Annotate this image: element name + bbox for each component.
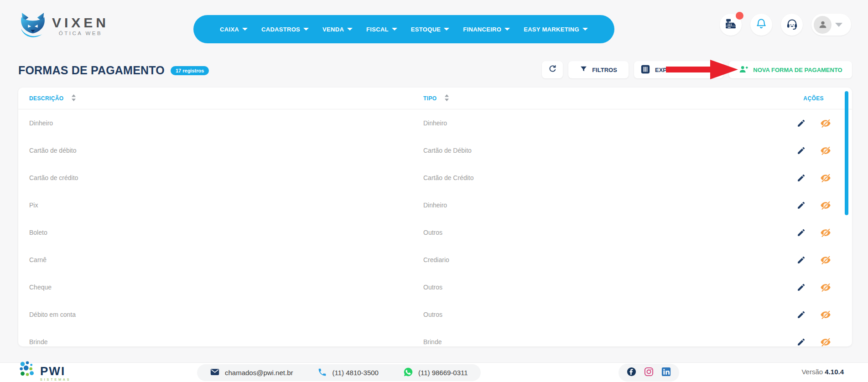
user-menu[interactable] xyxy=(811,14,851,36)
filters-button[interactable]: FILTROS xyxy=(568,61,629,78)
cell-tipo: Brinde xyxy=(423,338,747,346)
linkedin-icon[interactable] xyxy=(661,367,671,379)
support-email[interactable]: chamados@pwi.net.br xyxy=(210,367,293,378)
bell-icon xyxy=(755,18,767,31)
support-button[interactable] xyxy=(781,14,803,36)
notification-dot xyxy=(736,12,743,20)
chevron-down-icon xyxy=(392,28,397,31)
edit-button[interactable] xyxy=(795,200,806,211)
table-row: Pix Dinheiro xyxy=(18,191,852,219)
new-payment-label: NOVA FORMA DE PAGAMENTO xyxy=(753,67,842,73)
nav-item-fiscal[interactable]: FISCAL xyxy=(366,26,397,33)
edit-button[interactable] xyxy=(795,336,806,346)
refresh-button[interactable] xyxy=(542,61,563,78)
instagram-icon[interactable] xyxy=(644,367,654,379)
nav-item-financeiro[interactable]: FINANCEIRO xyxy=(463,26,510,33)
row-actions xyxy=(747,282,852,293)
table-row: Débito em conta Outros xyxy=(18,301,852,328)
chevron-down-icon xyxy=(835,23,842,27)
nav-item-label: VENDA xyxy=(322,26,344,33)
vixen-logo[interactable]: VIXEN ÓTICA WEB xyxy=(18,12,109,40)
headset-icon xyxy=(786,18,798,32)
cell-descricao: Cartão de débito xyxy=(18,147,423,154)
export-data-button[interactable]: EXPORTAR DADOS | xyxy=(634,61,723,78)
edit-button[interactable] xyxy=(795,282,806,293)
pos-register-button[interactable] xyxy=(720,14,742,36)
row-actions xyxy=(747,227,852,238)
pwi-logo[interactable]: PWI SISTEMAS xyxy=(18,360,71,381)
row-actions xyxy=(747,309,852,320)
refresh-icon xyxy=(548,64,557,75)
hide-visibility-button[interactable] xyxy=(820,172,831,183)
row-actions xyxy=(747,145,852,156)
cell-descricao: Brinde xyxy=(18,338,423,346)
filters-label: FILTROS xyxy=(592,67,617,73)
table-row: Cheque Outros xyxy=(18,274,852,301)
nav-item-label: CADASTROS xyxy=(261,26,300,33)
social-links xyxy=(619,364,679,382)
footer: PWI SISTEMAS chamados@pwi.net.br xyxy=(0,362,868,382)
table-row: Boleto Outros xyxy=(18,219,852,246)
toolbar-divider: | xyxy=(715,66,717,74)
cell-descricao: Boleto xyxy=(18,229,423,236)
table-row: Cartão de débito Cartão de Débito xyxy=(18,137,852,164)
hide-visibility-button[interactable] xyxy=(820,254,831,265)
table-header: DESCRIÇÃO TIPO AÇÕES xyxy=(18,88,852,109)
barcode-icon xyxy=(640,64,650,76)
edit-button[interactable] xyxy=(795,145,806,156)
version-info: Versão 4.10.4 xyxy=(801,368,844,376)
new-payment-method-button[interactable]: NOVA FORMA DE PAGAMENTO xyxy=(729,61,852,78)
chevron-down-icon xyxy=(444,28,449,31)
nav-item-easy-marketing[interactable]: EASY MARKETING xyxy=(524,26,588,33)
nav-item-caixa[interactable]: CAIXA xyxy=(220,26,248,33)
hide-visibility-button[interactable] xyxy=(820,336,831,346)
edit-button[interactable] xyxy=(795,227,806,238)
hide-visibility-button[interactable] xyxy=(820,200,831,211)
hide-visibility-button[interactable] xyxy=(820,145,831,156)
payment-methods-table: DESCRIÇÃO TIPO AÇÕES xyxy=(18,88,852,346)
notifications-button[interactable] xyxy=(750,14,772,36)
chevron-down-icon xyxy=(303,28,309,31)
hide-visibility-button[interactable] xyxy=(820,118,831,129)
hide-visibility-button[interactable] xyxy=(820,282,831,293)
whatsapp-icon xyxy=(403,367,413,378)
table-scrollbar[interactable] xyxy=(845,91,848,215)
contact-bar: chamados@pwi.net.br (11) 4810-3500 xyxy=(197,364,481,381)
edit-button[interactable] xyxy=(795,118,806,129)
table-row: Cartão de crédito Cartão de Crédito xyxy=(18,164,852,191)
nav-item-venda[interactable]: VENDA xyxy=(322,26,353,33)
facebook-icon[interactable] xyxy=(626,367,637,379)
chevron-down-icon xyxy=(504,28,510,31)
app-window: VIXEN ÓTICA WEB CAIXACADASTROSVENDAFISCA… xyxy=(0,0,868,382)
hide-visibility-button[interactable] xyxy=(820,309,831,320)
edit-button[interactable] xyxy=(795,309,806,320)
hide-visibility-button[interactable] xyxy=(820,227,831,238)
filter-icon xyxy=(580,65,587,74)
pwi-subtitle: SISTEMAS xyxy=(40,378,71,381)
avatar xyxy=(814,16,832,34)
nav-item-label: FISCAL xyxy=(366,26,389,33)
support-whatsapp[interactable]: (11) 98669-0311 xyxy=(403,367,468,378)
page-header: FORMAS DE PAGAMENTO 17 registros xyxy=(18,64,209,77)
column-header-descricao[interactable]: DESCRIÇÃO xyxy=(18,94,423,103)
nav-item-cadastros[interactable]: CADASTROS xyxy=(261,26,309,33)
support-phone[interactable]: (11) 4810-3500 xyxy=(317,367,378,378)
table-row: Carnê Crediario xyxy=(18,246,852,274)
cell-tipo: Crediario xyxy=(423,256,747,263)
edit-button[interactable] xyxy=(795,172,806,183)
cell-descricao: Cartão de crédito xyxy=(18,174,423,181)
column-header-tipo[interactable]: TIPO xyxy=(423,94,747,103)
sort-icon[interactable] xyxy=(71,94,76,103)
sort-icon[interactable] xyxy=(444,94,449,103)
brand-name: VIXEN xyxy=(52,16,109,30)
page-title: FORMAS DE PAGAMENTO xyxy=(18,64,165,77)
row-actions xyxy=(747,172,852,183)
cell-descricao: Cheque xyxy=(18,284,423,291)
brand-subtitle: ÓTICA WEB xyxy=(59,31,102,36)
cell-tipo: Outros xyxy=(423,311,747,318)
row-actions xyxy=(747,336,852,346)
edit-button[interactable] xyxy=(795,254,806,265)
cell-tipo: Dinheiro xyxy=(423,201,747,209)
nav-item-estoque[interactable]: ESTOQUE xyxy=(411,26,449,33)
cell-descricao: Dinheiro xyxy=(18,119,423,127)
